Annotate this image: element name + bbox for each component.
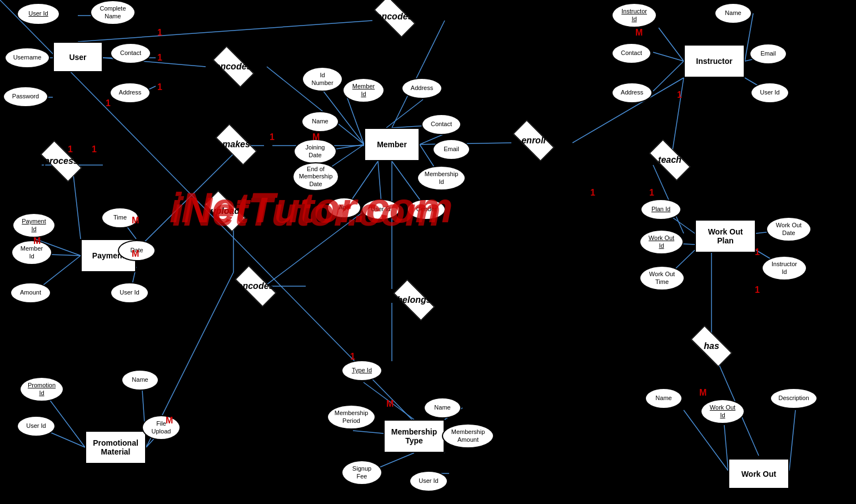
rel-makes: makes: [208, 131, 264, 158]
card-Ma: M: [635, 28, 643, 38]
attr-complete-name: CompleteName: [90, 0, 136, 25]
attr-user-id-member: User Id: [361, 199, 400, 220]
attr-contact-instructor: Contact: [611, 43, 651, 64]
attr-gender: Gender: [407, 199, 446, 220]
attr-plan-id: Plan Id: [640, 199, 681, 220]
attr-workout-id-plan: Work OutId: [639, 229, 684, 255]
card-Mb: M: [33, 236, 41, 246]
svg-line-64: [724, 425, 728, 471]
svg-line-51: [653, 52, 684, 61]
entity-membership-type: MembershipType: [384, 420, 445, 453]
card-1m: 1: [350, 352, 355, 362]
entity-workout-plan: Work OutPlan: [695, 219, 756, 253]
attr-name-member: Name: [301, 111, 339, 132]
rel-belongs: belongs: [386, 286, 442, 314]
attr-user-id-membership: User Id: [409, 471, 448, 492]
attr-membership-period: MembershipPeriod: [327, 405, 376, 430]
card-M1: M: [312, 132, 320, 142]
attr-user-id: User Id: [17, 3, 60, 25]
entity-workout: Work Out: [728, 458, 789, 489]
svg-line-65: [789, 410, 795, 471]
entity-user: User: [53, 42, 103, 72]
card-Mg: M: [166, 416, 173, 426]
card-1d: 1: [106, 98, 111, 108]
attr-file-upload: FileUpload: [142, 415, 181, 440]
attr-member-id: MemberId: [342, 78, 385, 103]
card-1h: 1: [677, 90, 682, 100]
attr-email-member: Email: [432, 139, 470, 160]
rel-upload: upload: [197, 197, 253, 225]
attr-name-membership: Name: [424, 397, 461, 418]
attr-user-id-pay: User Id: [110, 282, 149, 303]
rel-process: process: [33, 147, 89, 175]
card-Me: M: [699, 388, 706, 398]
attr-workout-time: Work OutTime: [639, 266, 685, 291]
entity-member: Member: [364, 128, 420, 161]
attr-contact-member: Contact: [421, 114, 461, 135]
attr-name-promo: Name: [121, 370, 159, 391]
attr-member-id-pay: MemberId: [11, 240, 52, 265]
card-1c: 1: [157, 82, 162, 92]
card-1f: 1: [92, 144, 97, 154]
attr-description: Description: [770, 388, 818, 409]
svg-line-7: [392, 21, 445, 128]
rel-encodes3: encodes: [228, 272, 283, 300]
attr-age: Age: [327, 197, 361, 218]
entity-promotional-material: PromotionalMaterial: [85, 431, 146, 464]
attr-joining-date: JoiningDate: [293, 139, 337, 164]
attr-address-member: Address: [401, 78, 442, 99]
rel-teach: teach: [642, 146, 698, 174]
attr-password: Password: [3, 86, 48, 107]
attr-instructor-id: InstructorId: [611, 3, 657, 28]
card-1e: 1: [68, 144, 73, 154]
attr-user-id-promo: User Id: [17, 416, 56, 437]
svg-line-11: [386, 99, 423, 128]
card-1j: 1: [649, 188, 654, 198]
attr-signup-fee: SignupFee: [341, 460, 382, 485]
rel-encodes1: encodes: [367, 3, 422, 31]
rel-enroll: enroll: [506, 127, 561, 154]
card-1k: 1: [755, 247, 760, 257]
attr-user-id-instructor: User Id: [750, 82, 789, 103]
attr-membership-amount: MembershipAmount: [442, 423, 494, 448]
attr-username: Username: [4, 47, 50, 68]
card-Md: M: [132, 249, 139, 259]
attr-type-id: Type Id: [341, 360, 382, 381]
card-1b: 1: [157, 53, 162, 63]
attr-address-user: Address: [110, 82, 151, 103]
card-1l: 1: [755, 285, 760, 295]
card-Mc: M: [132, 216, 139, 226]
rel-has: has: [684, 332, 739, 360]
card-1g: 1: [270, 132, 275, 142]
attr-address-instructor: Address: [611, 82, 653, 103]
attr-instructor-id-plan: InstructorId: [762, 256, 807, 281]
attr-id-number: IdNumber: [302, 67, 343, 92]
er-diagram: iNetTutor.com User Member Payment Instru…: [0, 0, 856, 504]
attr-workout-id: Work OutId: [700, 399, 745, 424]
card-1i: 1: [590, 188, 595, 198]
attr-membership-id: MembershipId: [417, 166, 466, 191]
attr-email-instructor: Email: [749, 43, 787, 64]
attr-payment-id: PaymentId: [12, 213, 56, 238]
attr-end-membership: End ofMembershipDate: [292, 162, 339, 191]
attr-name-workout: Name: [645, 388, 683, 409]
card-1a: 1: [157, 28, 162, 38]
entity-instructor: Instructor: [684, 44, 745, 78]
rel-encodes2: encodes: [206, 53, 261, 81]
attr-workout-date: Work OutDate: [766, 217, 812, 242]
attr-amount: Amount: [10, 282, 51, 303]
svg-line-50: [659, 28, 684, 61]
card-Mf: M: [386, 399, 394, 409]
attr-promotion-id: PromotionId: [19, 377, 64, 402]
attr-name-instructor: Name: [714, 3, 752, 24]
svg-line-48: [673, 78, 684, 150]
attr-contact-user: Contact: [110, 43, 151, 64]
